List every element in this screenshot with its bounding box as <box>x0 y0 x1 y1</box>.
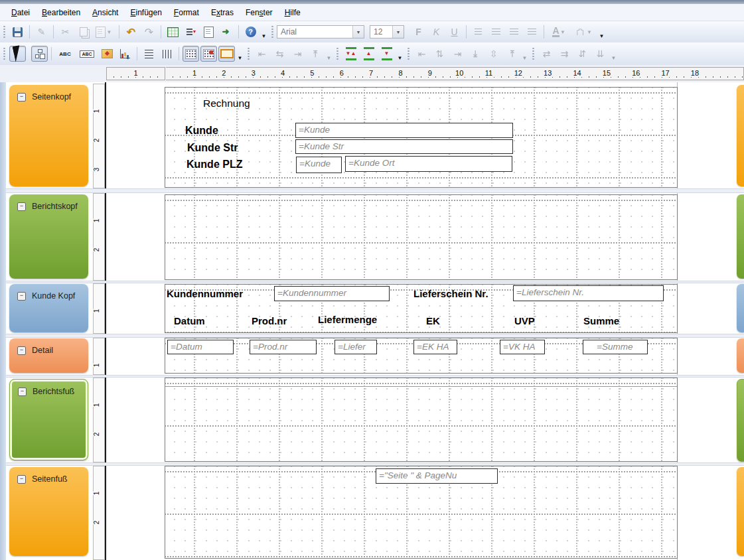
menu-datei[interactable]: Datei <box>5 5 36 20</box>
object-align-left-button[interactable]: ⇤ <box>254 46 270 62</box>
distribute-increase-button[interactable]: ⇉ <box>556 46 573 62</box>
section-header-seitenkopf[interactable]: − Seitenkopf <box>9 85 88 186</box>
insert-table-button[interactable] <box>165 24 181 40</box>
liefermenge-field[interactable]: =Liefer <box>335 340 377 354</box>
kunde-ort-field[interactable]: =Kunde Ort <box>345 156 512 172</box>
report-title-label[interactable]: Rechnung <box>203 98 250 109</box>
lieferschein-field[interactable]: =Lieferschein Nr. <box>513 285 664 301</box>
column-header-datum[interactable]: Datum <box>174 315 205 326</box>
align-left-button[interactable] <box>470 24 486 40</box>
column-header-ek[interactable]: EK <box>426 315 440 326</box>
section-fit-height-button[interactable]: ▼▲ <box>342 46 359 62</box>
toolbar-grip[interactable] <box>532 47 535 60</box>
collapse-icon[interactable]: − <box>17 93 26 102</box>
kundennummer-label[interactable]: Kundennummer <box>167 288 243 299</box>
section-shrink-bottom-button[interactable]: ▼ <box>378 46 395 62</box>
arrange-right-button[interactable]: ⇥ <box>449 46 466 62</box>
collapse-icon[interactable]: − <box>17 292 26 301</box>
menu-fenster[interactable]: Fenster <box>240 5 279 20</box>
arrange-middle-button[interactable]: ⇳ <box>485 46 502 62</box>
sorting-grouping-button[interactable] <box>183 24 199 40</box>
align-justify-button[interactable] <box>524 24 540 40</box>
kunde-plz-label[interactable]: Kunde PLZ <box>186 159 242 171</box>
toolbar-overflow-button[interactable]: ▼ <box>597 23 606 40</box>
column-header-prodnr[interactable]: Prod.nr <box>252 315 287 326</box>
toolbar-overflow-button[interactable]: ▼ <box>609 45 618 62</box>
arrange-center-button[interactable]: ⇅ <box>431 46 448 62</box>
object-align-top-button[interactable]: ⇤ <box>307 46 324 62</box>
arrange-left-button[interactable]: ⇤ <box>413 46 430 62</box>
helplines-button[interactable] <box>218 46 235 62</box>
font-name-combo[interactable]: Arial ▼ <box>277 25 364 38</box>
menu-ansicht[interactable]: Ansicht <box>86 5 124 20</box>
redo-button[interactable]: ↷ <box>141 24 157 40</box>
prodnr-field[interactable]: =Prod.nr <box>250 340 317 354</box>
report-navigator-button[interactable] <box>31 46 48 62</box>
snap-to-grid-button[interactable] <box>200 46 217 62</box>
font-size-dropdown-icon[interactable]: ▼ <box>392 26 404 38</box>
summe-field[interactable]: =Summe <box>583 340 648 354</box>
toolbar-grip[interactable] <box>3 25 6 38</box>
arrange-top-button[interactable]: ⇥ <box>467 46 484 62</box>
collapse-icon[interactable]: − <box>17 475 26 484</box>
text-box-button[interactable]: ABC <box>76 46 98 62</box>
page-number-field[interactable]: ="Seite " & PageNu <box>376 468 498 484</box>
save-button[interactable] <box>9 24 26 40</box>
section-shrink-top-button[interactable]: ▲ <box>360 46 377 62</box>
execute-report-button[interactable]: ➜ <box>218 24 235 40</box>
lieferschein-label[interactable]: Lieferschein Nr. <box>413 288 488 299</box>
chart-button[interactable] <box>117 46 133 62</box>
distribute-horizontal-button[interactable]: ⇄ <box>538 46 555 62</box>
menu-extras[interactable]: Extras <box>205 5 240 20</box>
font-color-button[interactable]: A▼ <box>548 24 571 40</box>
toolbar-overflow-button[interactable]: ▼ <box>325 45 333 62</box>
menu-bearbeiten[interactable]: Bearbeiten <box>36 5 86 20</box>
collapse-icon[interactable]: − <box>17 346 26 355</box>
paste-button[interactable]: ▼ <box>93 24 115 40</box>
page-settings-button[interactable] <box>200 24 217 40</box>
copy-button[interactable] <box>75 24 92 40</box>
align-sections-top-button[interactable] <box>141 46 157 62</box>
collapse-icon[interactable]: − <box>18 387 27 396</box>
seitenkopf-content[interactable]: Rechnung Kunde Kunde Str Kunde PLZ =Kund… <box>165 87 678 188</box>
object-align-right-button[interactable]: ⇥ <box>289 46 306 62</box>
menu-format[interactable]: Format <box>168 5 205 20</box>
toolbar-grip[interactable] <box>407 47 410 60</box>
section-header-berichtskopf[interactable]: − Berichtskopf <box>9 194 88 279</box>
grid-visible-button[interactable] <box>183 46 199 62</box>
section-header-seitenfuss[interactable]: − Seitenfuß <box>9 467 88 556</box>
toolbar-grip[interactable] <box>247 47 250 60</box>
berichtsfuss-content[interactable] <box>165 378 678 462</box>
toolbar-grip[interactable] <box>3 47 6 60</box>
edit-button[interactable]: ✎ <box>33 24 50 40</box>
section-header-detail[interactable]: − Detail <box>9 338 88 373</box>
datum-field[interactable]: =Datum <box>167 340 234 354</box>
label-field-button[interactable]: ABC <box>55 46 75 62</box>
align-right-button[interactable] <box>506 24 522 40</box>
kunde-plz-field[interactable]: =Kunde <box>296 157 342 173</box>
section-divider[interactable] <box>6 188 744 193</box>
kunde-kopf-content[interactable]: Kundennummer =Kundennummer Lieferschein … <box>165 284 678 333</box>
detail-content[interactable]: =Datum =Prod.nr =Liefer =EK HA =VK HA =S… <box>165 338 678 374</box>
menu-hilfe[interactable]: Hilfe <box>279 5 307 20</box>
bold-button[interactable]: F <box>410 24 427 40</box>
berichtskopf-content[interactable] <box>165 194 678 280</box>
vk-field[interactable]: =VK HA <box>500 340 545 354</box>
distribute-decrease-button[interactable]: ⇊ <box>592 46 609 62</box>
undo-button[interactable]: ↶ <box>123 24 139 40</box>
underline-button[interactable]: U <box>446 24 463 40</box>
toolbar-grip[interactable] <box>336 47 339 60</box>
column-header-summe[interactable]: Summe <box>583 315 619 326</box>
seitenfuss-content[interactable]: ="Seite " & PageNu <box>165 466 678 559</box>
highlight-color-button[interactable]: ⛫▼ <box>573 24 597 40</box>
kunde-str-field[interactable]: =Kunde Str <box>295 139 513 154</box>
kunde-field[interactable]: =Kunde <box>295 123 513 138</box>
select-tool-button[interactable] <box>9 46 26 62</box>
ek-field[interactable]: =EK HA <box>413 340 457 354</box>
kundennummer-field[interactable]: =Kundennummer <box>274 286 390 301</box>
column-header-liefermenge[interactable]: Liefermenge <box>318 314 377 325</box>
distribute-vertical-button[interactable]: ⇵ <box>574 46 591 62</box>
toolbar-overflow-button[interactable]: ▼ <box>520 45 529 62</box>
object-center-horizontal-button[interactable]: ⇆ <box>271 46 288 62</box>
align-center-button[interactable] <box>488 24 504 40</box>
